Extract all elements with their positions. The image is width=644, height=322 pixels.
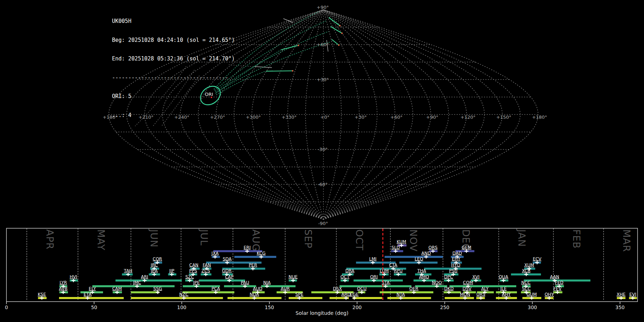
- shower-code-label: OCT: [341, 274, 350, 279]
- shower-activity-bar: [353, 279, 403, 282]
- shower-code-label: NOO: [432, 280, 442, 285]
- x-axis: 050100150200250300350Solar longitude (de…: [5, 302, 625, 316]
- shower-code-label: HYD: [451, 263, 460, 268]
- shower-peak-marker: [631, 297, 635, 300]
- longitude-label: +330°: [282, 114, 297, 120]
- shower-code-label: QUA: [499, 274, 508, 279]
- observation-info-panel: UK005H Beg: 20251028 04:24:10 (sol = 214…: [112, 6, 235, 131]
- x-tick-label: 0: [5, 304, 8, 310]
- shower-code-label: SLD: [391, 245, 400, 250]
- x-tick-label: 200: [352, 304, 362, 310]
- shower-code-label: AND: [421, 251, 431, 256]
- month-label: SEP: [303, 229, 314, 248]
- shower-code-label: ARI: [141, 274, 148, 279]
- shower-peak-marker: [504, 297, 508, 300]
- shower-peak-marker: [399, 244, 403, 247]
- shower-peak-marker: [86, 297, 89, 300]
- meteor-end-dot: [339, 25, 341, 26]
- shower-code-label: CAM: [112, 286, 122, 291]
- station-id: UK005H: [112, 18, 235, 25]
- meteor-radiant-display: +90°-90°+60°+30°-30°-60°+180°+150°+120°+…: [0, 0, 644, 322]
- shower-peak-marker: [214, 291, 218, 294]
- shower-code-label: ECV: [533, 257, 542, 262]
- shower-peak-marker: [251, 267, 255, 270]
- meteor-segment: [281, 45, 298, 50]
- shower-code-label: NDA: [250, 292, 259, 297]
- shower-code-label: DKD: [444, 286, 454, 291]
- shower-peak-marker: [412, 291, 416, 294]
- shower-peak-marker: [394, 250, 397, 253]
- shower-code-label: GDR: [222, 268, 231, 273]
- activity-timeline: APRMAYJUNJULAUGSEPOCTNOVDECJANFEBMARKUME…: [5, 228, 638, 316]
- shower-peak-marker: [243, 285, 247, 288]
- shower-code-label: ETA: [84, 292, 92, 297]
- month-label: MAY: [96, 229, 107, 250]
- shower-peak-marker: [72, 279, 75, 282]
- shower-code-label: LYR: [59, 280, 67, 285]
- shower-code-label: PAU: [241, 280, 249, 285]
- shower-code-label: LUM: [380, 268, 389, 273]
- shower-activity-bar: [289, 297, 322, 299]
- shower-code-label: COR: [153, 257, 162, 262]
- shower-code-label: JMC: [133, 280, 141, 285]
- shower-code-label: ORS: [428, 245, 437, 250]
- shower-code-label: GEM: [462, 245, 471, 250]
- shower-peak-marker: [170, 273, 174, 276]
- month-label: NOV: [408, 229, 419, 252]
- meteor-segment: [266, 71, 293, 71]
- month-label: OCT: [354, 229, 365, 251]
- shower-peak-marker: [126, 273, 130, 276]
- shower-code-label: FED: [555, 280, 564, 285]
- shower-code-label: XVI: [472, 274, 479, 279]
- shower-activity-bar: [385, 256, 443, 258]
- shower-code-label: FEV: [553, 286, 562, 291]
- shower-code-label: AHY: [502, 292, 511, 297]
- shower-peak-marker: [530, 297, 534, 300]
- shower-activity-bar: [380, 291, 433, 293]
- longitude-label: +120°: [460, 114, 475, 120]
- session-end: End: 20251028 05:32:36 (sol = 214.70°): [112, 56, 235, 62]
- shower-code-label: NUE: [288, 274, 297, 279]
- meteor-end-dot: [298, 45, 299, 46]
- month-label: JAN: [516, 229, 527, 247]
- x-tick-label: 50: [91, 304, 97, 310]
- scene-svg: +90°-90°+60°+30°-30°-60°+180°+150°+120°+…: [0, 0, 644, 322]
- longitude-label: +300°: [246, 114, 261, 120]
- separator-line: ------------------------------------: [112, 75, 235, 81]
- shower-code-label: AUD: [253, 286, 262, 291]
- shower-peak-marker: [399, 297, 403, 300]
- shower-code-label: JEA: [150, 268, 158, 273]
- shower-peak-marker: [213, 255, 217, 259]
- shower-peak-marker: [336, 291, 340, 294]
- longitude-label: +60°: [390, 114, 402, 120]
- shower-peak-marker: [188, 279, 192, 282]
- meteor-end-dot: [338, 44, 340, 46]
- shower-code-label: NCC: [521, 280, 531, 285]
- shower-peak-marker: [474, 279, 478, 282]
- shower-code-label: DAD: [453, 251, 462, 256]
- shower-code-label: XCB: [522, 268, 531, 273]
- shower-code-label: CAP: [225, 274, 234, 279]
- latitude-label: -30°: [318, 147, 328, 152]
- shower-peak-marker: [252, 297, 256, 300]
- x-tick-label: 300: [528, 304, 537, 310]
- shower-code-label: XUM: [525, 263, 534, 268]
- shower-peak-marker: [156, 291, 160, 294]
- shower-peak-marker: [344, 297, 348, 300]
- shower-peak-marker: [360, 291, 364, 294]
- x-axis-title: Solar longitude (deg): [296, 310, 348, 316]
- month-label: APR: [44, 229, 55, 250]
- shower-peak-marker: [556, 291, 560, 294]
- shower-peak-marker: [371, 261, 375, 264]
- shower-code-label: KCG: [257, 251, 266, 256]
- shower-code-label: THA: [417, 268, 426, 273]
- shower-activity-bar: [224, 285, 256, 287]
- shower-code-label: JLE: [500, 286, 507, 291]
- latitude-label: +30°: [317, 77, 329, 82]
- shower-peak-marker: [396, 273, 400, 276]
- shower-activity-bar: [182, 291, 234, 293]
- shower-code-label: CTA: [389, 263, 397, 268]
- shower-code-label: ORI: [370, 274, 377, 279]
- shower-activity-bar: [445, 297, 474, 299]
- shower-code-label: HVI: [70, 274, 77, 279]
